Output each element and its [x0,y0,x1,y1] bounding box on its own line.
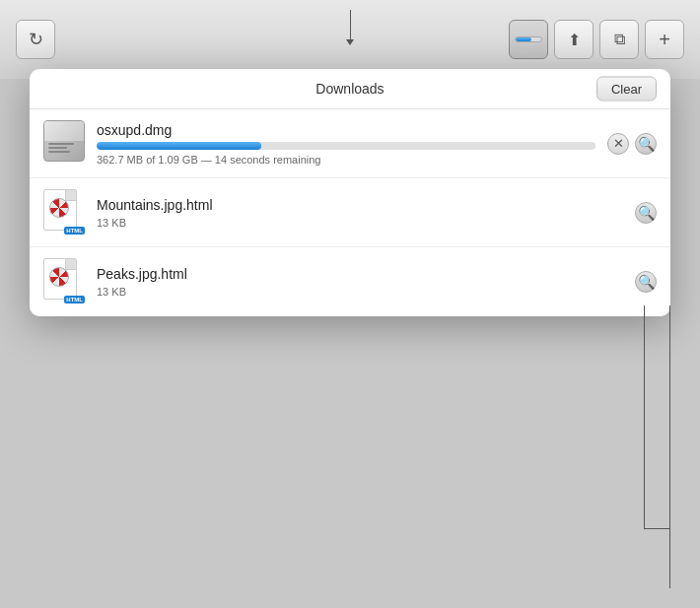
progress-bar-1 [97,142,595,150]
downloads-panel: Downloads Clear osxupd.dmg 362.7 MB of 1… [30,69,670,316]
download-item-3: HTML Peaks.jpg.html 13 KB 🔍 [30,247,670,316]
html-page-3 [43,258,77,300]
safari-badge-2 [49,198,69,218]
toolbar-left: ↻ [16,20,55,59]
html-file-icon-2: HTML [43,189,85,236]
annotation-line-h [645,528,670,529]
file-status-1: 362.7 MB of 1.09 GB — 14 seconds remaini… [97,154,595,166]
downloads-button[interactable] [509,20,548,59]
dmg-line-2 [48,147,67,149]
safari-badge-3 [49,267,69,287]
magnify-button-3[interactable]: 🔍 [635,271,657,293]
file-info-3: Peaks.jpg.html 13 KB [97,266,623,298]
clear-button[interactable]: Clear [596,77,657,101]
dmg-file-icon [43,120,85,168]
html-icon-2: HTML [43,189,81,233]
html-badge-2: HTML [64,227,85,235]
file-name-2: Mountains.jpg.html [97,197,623,213]
annotation-line-v2 [669,305,670,588]
dmg-line-1 [48,143,74,145]
item-actions-1: ✕ 🔍 [607,133,657,155]
html-file-icon-3: HTML [43,258,85,305]
annotation-arrowhead [346,39,354,45]
html-icon-3: HTML [43,258,81,302]
magnify-button-2[interactable]: 🔍 [635,202,657,224]
file-name-3: Peaks.jpg.html [97,266,623,282]
annotation-line-v1 [644,305,645,529]
html-page-2 [43,189,77,231]
tabs-button[interactable]: ⧉ [599,20,639,59]
file-info-1: osxupd.dmg 362.7 MB of 1.09 GB — 14 seco… [97,122,595,166]
dmg-icon-lines [48,143,80,155]
annotation-arrow [346,10,354,45]
file-info-2: Mountains.jpg.html 13 KB [97,197,623,229]
download-item-1: osxupd.dmg 362.7 MB of 1.09 GB — 14 seco… [30,109,670,178]
file-name-1: osxupd.dmg [97,122,595,138]
download-progress-bar [515,36,542,42]
magnify-button-1[interactable]: 🔍 [635,133,657,155]
item-actions-3: 🔍 [635,271,657,293]
download-progress-fill [516,37,531,41]
reload-button[interactable]: ↻ [16,20,55,59]
dmg-icon-graphic [43,120,85,162]
dmg-line-3 [48,151,70,153]
panel-title: Downloads [315,81,384,97]
share-button[interactable]: ⬆ [554,20,594,59]
annotation-line [350,10,351,39]
file-size-2: 13 KB [97,217,623,229]
download-item-2: HTML Mountains.jpg.html 13 KB 🔍 [30,178,670,247]
cancel-download-button[interactable]: ✕ [607,133,629,155]
panel-header: Downloads Clear [30,69,670,109]
progress-fill-1 [97,142,261,150]
file-size-3: 13 KB [97,286,623,298]
new-tab-button[interactable]: + [645,20,684,59]
html-badge-3: HTML [64,296,85,304]
toolbar-right: ⬆ ⧉ + [509,20,684,59]
item-actions-2: 🔍 [635,202,657,224]
